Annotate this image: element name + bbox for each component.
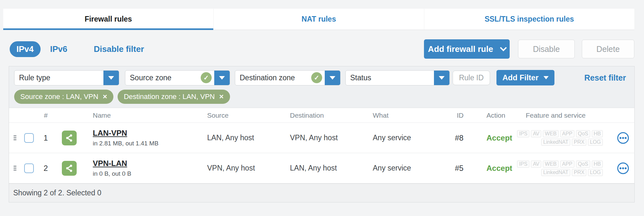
status-dropdown[interactable]: Status bbox=[345, 70, 450, 85]
feature-badge: HB bbox=[592, 130, 603, 137]
rule-name-link[interactable]: LAN-VPN bbox=[93, 129, 198, 138]
feature-badge: LOG bbox=[588, 139, 603, 146]
feature-badge: LinkedNAT bbox=[541, 169, 570, 176]
rule-what: Any service bbox=[364, 164, 446, 172]
rule-features: IPS AV WEB APP QoS HB LinkedNAT PRX LOG bbox=[517, 161, 612, 176]
share-icon bbox=[65, 133, 74, 142]
triangle-down-icon bbox=[543, 76, 549, 79]
header-feature-and-service: Feature and service bbox=[517, 112, 612, 119]
feature-badge: APP bbox=[560, 161, 574, 168]
table-header-row: # Name Source Destination What ID Action… bbox=[9, 108, 634, 123]
table-row: 2 VPN-LAN in 0 B, out 0 B VPN, Any host … bbox=[9, 153, 634, 183]
tab-nat-rules[interactable]: NAT rules bbox=[214, 9, 424, 30]
rule-traffic: in 0 B, out 0 B bbox=[93, 170, 198, 177]
header-destination: Destination bbox=[281, 112, 364, 119]
dropdown-arrow-icon[interactable] bbox=[214, 70, 230, 85]
drag-handle[interactable] bbox=[14, 135, 16, 140]
source-zone-dropdown[interactable]: Source zone ✓ bbox=[125, 70, 230, 85]
dropdown-arrow-icon[interactable] bbox=[325, 70, 340, 85]
chevron-down-icon bbox=[500, 44, 507, 51]
filter-toolbar: Rule type Source zone ✓ Destination zone… bbox=[9, 66, 634, 108]
controls-row: IPv4 IPv6 Disable filter Add firewall ru… bbox=[10, 39, 634, 59]
triangle-down-icon bbox=[330, 76, 335, 80]
add-filter-button[interactable]: Add Filter bbox=[496, 70, 554, 85]
filter-applied-check-icon: ✓ bbox=[311, 72, 322, 83]
feature-badge: PRX bbox=[572, 169, 586, 176]
filter-row: Rule type Source zone ✓ Destination zone… bbox=[14, 70, 630, 85]
rule-action: Accept bbox=[478, 133, 517, 142]
rule-id: #5 bbox=[446, 164, 478, 173]
table-row: 1 LAN-VPN in 2.81 MB, out 1.41 MB LAN, A… bbox=[9, 123, 634, 153]
header-number: # bbox=[37, 112, 55, 119]
feature-badge: WEB bbox=[543, 161, 558, 168]
rule-action: Accept bbox=[478, 164, 517, 173]
feature-badge: AV bbox=[531, 130, 541, 137]
rule-source: VPN, Any host bbox=[198, 164, 281, 172]
rule-id-input[interactable] bbox=[453, 71, 490, 85]
controls-right: Add firewall rule Disable Delete bbox=[424, 39, 634, 59]
triangle-down-icon bbox=[439, 76, 445, 80]
add-filter-label: Add Filter bbox=[503, 73, 539, 82]
feature-badge: IPS bbox=[517, 161, 529, 168]
add-firewall-rule-label: Add firewall rule bbox=[428, 44, 493, 54]
feature-badge: LOG bbox=[588, 169, 603, 176]
tab-label: SSL/TLS inspection rules bbox=[485, 15, 574, 24]
chip-remove-icon[interactable]: ✕ bbox=[219, 94, 224, 100]
rule-share-icon[interactable] bbox=[62, 161, 77, 176]
dropdown-label: Status bbox=[346, 74, 434, 82]
feature-badge: IPS bbox=[517, 130, 529, 137]
drag-handle[interactable] bbox=[14, 166, 16, 171]
firewall-rules-panel: Rule type Source zone ✓ Destination zone… bbox=[9, 66, 635, 202]
header-id: ID bbox=[446, 112, 478, 119]
triangle-down-icon bbox=[108, 76, 114, 80]
disable-button[interactable]: Disable bbox=[518, 40, 575, 58]
dropdown-arrow-icon[interactable] bbox=[434, 70, 449, 85]
feature-badge: LinkedNAT bbox=[541, 139, 570, 146]
header-name: Name bbox=[78, 112, 198, 119]
filter-chip-source-zone[interactable]: Source zone : LAN, VPN ✕ bbox=[14, 90, 113, 104]
filter-applied-check-icon: ✓ bbox=[201, 72, 212, 83]
row-menu-ellipsis-icon[interactable] bbox=[617, 132, 629, 144]
row-menu-ellipsis-icon[interactable] bbox=[617, 162, 629, 174]
chip-remove-icon[interactable]: ✕ bbox=[102, 94, 107, 100]
destination-zone-dropdown[interactable]: Destination zone ✓ bbox=[235, 70, 341, 85]
rule-type-dropdown[interactable]: Rule type bbox=[14, 70, 119, 85]
dropdown-label: Source zone bbox=[125, 74, 201, 82]
table-footer: Showing 2 of 2. Selected 0 bbox=[9, 183, 634, 202]
delete-button[interactable]: Delete bbox=[582, 40, 634, 58]
rule-source: LAN, Any host bbox=[198, 133, 281, 142]
ipv4-toggle[interactable]: IPv4 bbox=[10, 41, 41, 57]
feature-badge: APP bbox=[560, 130, 574, 137]
rules-tab-bar: Firewall rules NAT rules SSL/TLS inspect… bbox=[3, 9, 634, 30]
tab-label: Firewall rules bbox=[85, 15, 132, 24]
showing-summary: Showing 2 of 2. Selected 0 bbox=[13, 189, 101, 197]
tab-ssl-tls-inspection-rules[interactable]: SSL/TLS inspection rules bbox=[424, 9, 634, 30]
rule-traffic: in 2.81 MB, out 1.41 MB bbox=[93, 140, 198, 147]
chip-label: Destination zone : LAN, VPN bbox=[124, 93, 215, 101]
reset-filter-link[interactable]: Reset filter bbox=[584, 73, 630, 83]
filter-chip-destination-zone[interactable]: Destination zone : LAN, VPN ✕ bbox=[118, 90, 230, 104]
rule-features: IPS AV WEB APP QoS HB LinkedNAT PRX LOG bbox=[517, 130, 612, 146]
rule-destination: LAN, Any host bbox=[281, 164, 364, 172]
dropdown-label: Destination zone bbox=[235, 74, 311, 82]
rule-id: #8 bbox=[446, 133, 478, 142]
row-checkbox[interactable] bbox=[24, 163, 34, 173]
rule-name-link[interactable]: VPN-LAN bbox=[93, 159, 198, 168]
header-what: What bbox=[364, 112, 446, 119]
feature-badge: PRX bbox=[572, 139, 586, 146]
dropdown-arrow-icon[interactable] bbox=[103, 70, 119, 85]
row-checkbox[interactable] bbox=[24, 133, 34, 143]
disable-filter-link[interactable]: Disable filter bbox=[94, 44, 144, 54]
feature-badge: HB bbox=[592, 161, 603, 168]
row-number: 2 bbox=[37, 164, 55, 173]
triangle-down-icon bbox=[219, 76, 225, 80]
tab-label: NAT rules bbox=[302, 15, 336, 24]
chip-label: Source zone : LAN, VPN bbox=[20, 93, 98, 101]
rule-what: Any service bbox=[364, 133, 446, 142]
share-icon bbox=[65, 164, 74, 173]
tab-firewall-rules[interactable]: Firewall rules bbox=[3, 9, 214, 30]
add-firewall-rule-button[interactable]: Add firewall rule bbox=[424, 39, 510, 59]
ipv6-toggle[interactable]: IPv6 bbox=[50, 44, 68, 54]
rule-destination: VPN, Any host bbox=[281, 133, 364, 142]
rule-share-icon[interactable] bbox=[62, 131, 77, 145]
